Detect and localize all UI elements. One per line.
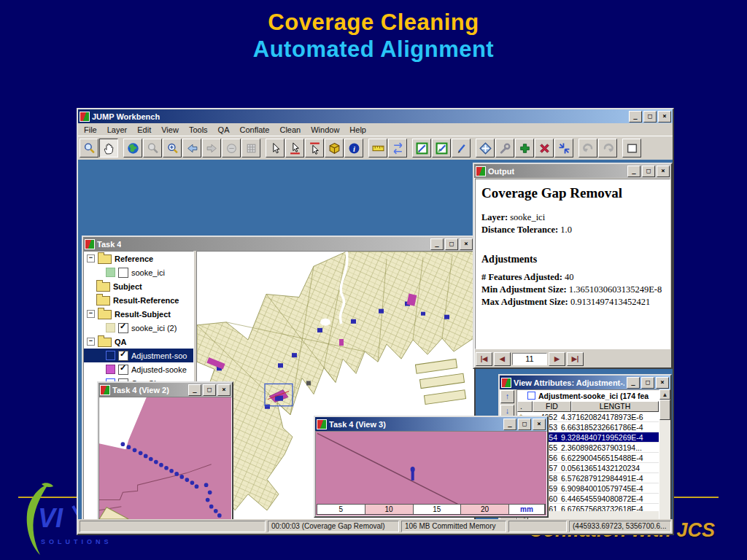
- column-header-fid[interactable]: FID: [533, 401, 571, 412]
- feature-box-button[interactable]: [325, 139, 344, 158]
- scale-segment: 10: [365, 505, 414, 514]
- report-min-line: Min Adjustment Size: 1.3651030603135249E…: [481, 284, 664, 296]
- minimize-button[interactable]: _: [629, 111, 642, 122]
- slide-title-line1: Coverage Cleaning: [0, 9, 747, 36]
- zoom-in-button[interactable]: [163, 139, 182, 158]
- maximize-button[interactable]: □: [518, 419, 531, 430]
- tree-folder-qa[interactable]: QA: [84, 335, 193, 349]
- menu-qa[interactable]: QA: [214, 125, 234, 135]
- close-button[interactable]: ×: [658, 111, 671, 122]
- menu-tools[interactable]: Tools: [185, 125, 212, 135]
- minimize-button[interactable]: _: [188, 384, 201, 396]
- menu-help[interactable]: Help: [345, 125, 371, 135]
- undo-button-disabled[interactable]: [578, 139, 597, 158]
- view2-title-bar[interactable]: Task 4 (View 2) _ □ ×: [98, 383, 232, 397]
- draw-linestring-button[interactable]: [452, 139, 471, 158]
- close-button[interactable]: ×: [460, 238, 473, 250]
- menu-conflate[interactable]: Conflate: [235, 125, 274, 135]
- collapse-icon[interactable]: [87, 310, 95, 318]
- attributes-title-bar[interactable]: View Attributes: Adjustment-... _ □ ×: [500, 376, 670, 389]
- options-wrench-button[interactable]: [495, 139, 514, 158]
- zoom-to-fit-button[interactable]: [554, 139, 573, 158]
- view3-map-canvas[interactable]: 5 10 15 20 mm: [315, 431, 547, 516]
- view3-title-bar[interactable]: Task 4 (View 3) _ □ ×: [315, 417, 547, 431]
- previous-page-button[interactable]: ◀: [494, 352, 511, 366]
- remove-layer-button[interactable]: [535, 139, 554, 158]
- output-title-bar[interactable]: Output _ □ ×: [474, 164, 671, 178]
- last-page-button[interactable]: ▶|: [567, 352, 584, 366]
- zoom-full-extent-button[interactable]: [123, 139, 142, 158]
- maximize-button[interactable]: □: [445, 238, 458, 250]
- minimize-button[interactable]: _: [627, 166, 640, 177]
- folder-icon: [98, 338, 112, 347]
- offset-arrows-button[interactable]: [388, 139, 407, 158]
- jump-app-icon: [476, 166, 486, 176]
- tree-layer-sooke-ici[interactable]: sooke_ici: [84, 265, 193, 279]
- menu-layer[interactable]: Layer: [103, 125, 132, 135]
- tree-folder-reference[interactable]: Reference: [84, 252, 193, 265]
- maximize-button[interactable]: □: [641, 377, 654, 389]
- column-header-icon[interactable]: .: [517, 401, 533, 412]
- layer-swatch: [106, 323, 115, 332]
- tree-layer-adjustment[interactable]: Adjustment-soo: [84, 349, 193, 362]
- close-button[interactable]: ×: [217, 384, 231, 396]
- maximize-button[interactable]: □: [203, 384, 216, 396]
- select-tool-button[interactable]: [266, 139, 285, 158]
- minimize-button[interactable]: _: [627, 377, 640, 389]
- tree-layer-sooke-ici-2[interactable]: sooke_ici (2): [84, 321, 193, 335]
- view2-map-canvas[interactable]: [98, 397, 232, 519]
- scroll-up-button[interactable]: ▲: [659, 389, 670, 400]
- history-back-button[interactable]: [182, 139, 201, 158]
- new-window-button[interactable]: [622, 139, 641, 158]
- measure-tool-button[interactable]: [368, 139, 387, 158]
- zoom-tool-button[interactable]: [80, 139, 98, 158]
- menu-view[interactable]: View: [157, 125, 183, 135]
- pan-up-button[interactable]: ↑: [500, 390, 514, 403]
- layer-checkbox[interactable]: [118, 323, 128, 333]
- edit-geometry-button[interactable]: [432, 139, 451, 158]
- tree-folder-result-reference[interactable]: Result-Reference: [84, 293, 193, 307]
- feature-info-button[interactable]: i: [344, 139, 363, 158]
- attributes-title: View Attributes: Adjustment-...: [514, 378, 624, 387]
- first-page-button[interactable]: |◀: [476, 352, 492, 366]
- edit-polygon-button[interactable]: [412, 139, 431, 158]
- scrollbar-thumb[interactable]: [659, 400, 670, 420]
- close-button[interactable]: ×: [656, 377, 669, 389]
- redo-button-disabled[interactable]: [598, 139, 617, 158]
- select-parts-button[interactable]: [285, 139, 304, 158]
- pan-tool-button[interactable]: [99, 139, 118, 158]
- report-max-line: Max Adjustment Size: 0.9131497413452421: [481, 296, 664, 308]
- page-number-field[interactable]: 11: [512, 353, 547, 365]
- tree-layer-adjusted[interactable]: Adjusted-sooke: [84, 362, 193, 376]
- view3-map: [316, 432, 546, 516]
- zoom-to-selection-button-disabled[interactable]: [143, 139, 162, 158]
- close-button[interactable]: ×: [657, 166, 670, 177]
- minimize-button[interactable]: _: [430, 238, 444, 250]
- history-forward-button-disabled[interactable]: [202, 139, 221, 158]
- menu-clean[interactable]: Clean: [275, 125, 305, 135]
- collapse-icon[interactable]: [87, 254, 95, 262]
- minimize-button[interactable]: _: [503, 419, 516, 430]
- menu-window[interactable]: Window: [306, 125, 344, 135]
- close-button[interactable]: ×: [533, 419, 546, 430]
- grid-button-disabled[interactable]: [241, 139, 260, 158]
- task4-title-bar[interactable]: Task 4 _ □ ×: [83, 237, 474, 251]
- next-page-button[interactable]: ▶: [549, 352, 565, 366]
- maximize-button[interactable]: □: [642, 166, 655, 177]
- layer-checkbox[interactable]: [118, 268, 128, 278]
- menu-file[interactable]: File: [80, 125, 101, 135]
- layer-checkbox[interactable]: [118, 365, 128, 375]
- zoom-next-button-disabled[interactable]: [222, 139, 241, 158]
- select-linestrings-button[interactable]: [305, 139, 324, 158]
- add-layer-button[interactable]: [515, 139, 534, 158]
- layer-checkbox[interactable]: [118, 351, 128, 361]
- collapse-icon[interactable]: [87, 338, 95, 346]
- maximize-button[interactable]: □: [643, 111, 657, 122]
- tree-folder-result-subject[interactable]: Result-Subject: [84, 307, 193, 321]
- main-title-bar[interactable]: JUMP Workbench _ □ ×: [78, 109, 673, 123]
- vertical-scrollbar[interactable]: ▲: [659, 389, 670, 519]
- menu-edit[interactable]: Edit: [133, 125, 155, 135]
- move-item-button[interactable]: [476, 139, 495, 158]
- column-header-length[interactable]: LENGTH: [571, 401, 659, 412]
- tree-folder-subject[interactable]: Subject: [84, 279, 193, 293]
